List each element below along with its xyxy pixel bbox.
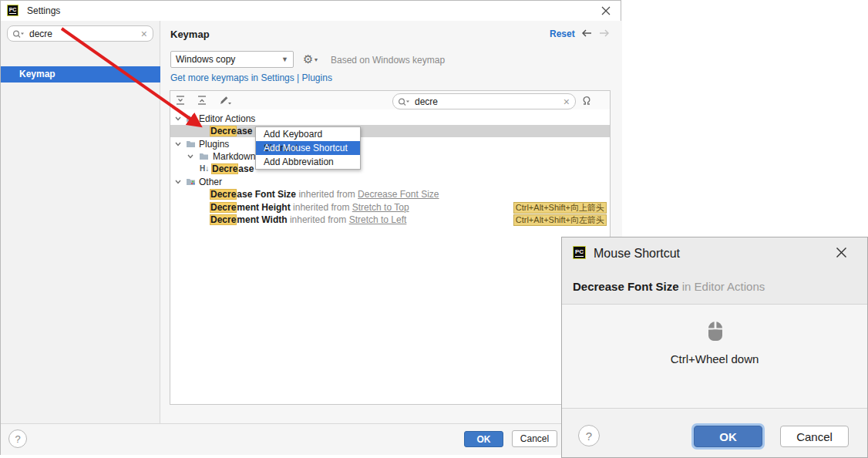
ok-button[interactable]: OK <box>464 431 503 447</box>
tree-row-decrease-font-size[interactable]: Decrease Fo <box>170 125 610 137</box>
tree-row-editor-actions[interactable]: Editor Actions <box>170 113 610 125</box>
tree-row-decrement-height[interactable]: Decrement Height inherited from Stretch … <box>170 201 610 214</box>
inherited-from-label: inherited from <box>291 202 352 213</box>
menu-item-add-abbreviation[interactable]: Add Abbreviation <box>256 155 360 169</box>
chevron-expanded-icon[interactable] <box>187 154 193 159</box>
tree-search-input[interactable] <box>413 96 558 108</box>
pycharm-logo-icon: PC <box>7 5 19 16</box>
context-menu: Add Keyboard Shortcut Add Mouse Shortcut… <box>255 126 361 170</box>
menu-item-add-mouse-shortcut[interactable]: Add Mouse Shortcut <box>256 141 360 155</box>
sidebar-search[interactable]: × <box>7 25 153 42</box>
folder-icon <box>199 152 209 160</box>
clear-search-icon[interactable]: × <box>141 29 147 39</box>
tree-row-plugins[interactable]: Plugins <box>170 138 610 150</box>
action-name: ase <box>238 163 254 174</box>
reset-link[interactable]: Reset <box>550 29 575 39</box>
forward-arrow-icon[interactable] <box>598 29 611 38</box>
help-button[interactable]: ? <box>8 429 27 448</box>
get-more-keymaps-link[interactable]: Get more keymaps in Settings | Plugins <box>170 72 332 83</box>
folder-icon <box>186 114 196 123</box>
dialog-title: Mouse Shortcut <box>594 247 680 261</box>
dialog-footer: ? OK Cancel <box>562 409 867 457</box>
action-name: ment Width <box>237 214 287 225</box>
edit-shortcut-icon[interactable] <box>219 95 231 106</box>
search-match-highlight: Decre <box>210 202 237 213</box>
keymap-tree: Editor Actions Decrease Fo Plugins Markd… <box>170 109 610 404</box>
tree-row-markdown-decrease[interactable]: H↓ Decrease <box>170 163 610 175</box>
chevron-down-icon: ▼ <box>281 56 288 63</box>
inherited-from-label: inherited from <box>296 189 358 200</box>
scheme-selected-value: Windows copy <box>176 54 235 65</box>
ok-button-focus-ring: OK <box>691 423 765 450</box>
sidebar-item-keymap[interactable]: Keymap <box>1 66 160 83</box>
action-name: ase Font Size <box>237 189 296 200</box>
dialog-body: Ctrl+Wheel down <box>562 305 867 409</box>
close-icon[interactable] <box>836 247 847 258</box>
tree-row-other[interactable]: Other <box>170 176 610 188</box>
cancel-button[interactable]: Cancel <box>512 430 557 447</box>
action-name: Decrease Font Size <box>573 280 679 293</box>
dialog-subtitle: Decrease Font Size in Editor Actions <box>573 280 765 293</box>
keymap-tree-panel: × Editor Actions Decrease Fo Plugins <box>170 90 611 405</box>
settings-titlebar: PC Settings <box>1 1 621 22</box>
menu-item-add-keyboard-shortcut[interactable]: Add Keyboard Shortcut <box>256 127 360 141</box>
search-match-highlight: Decre <box>210 189 237 200</box>
shortcut-badge: Ctrl+Alt+Shift+向上箭头 <box>513 202 607 214</box>
tree-toolbar: × <box>170 91 610 110</box>
window-title: Settings <box>27 5 60 16</box>
chevron-expanded-icon[interactable] <box>175 180 181 184</box>
pycharm-logo-icon: PC <box>573 246 586 259</box>
tree-row-decrease-font-size-other[interactable]: Decrease Font Size inherited from Decrea… <box>170 188 610 200</box>
clear-search-icon[interactable]: × <box>564 96 570 107</box>
dialog-header: PC Mouse Shortcut Decrease Font Size in … <box>562 237 867 305</box>
folder-icon <box>186 140 196 148</box>
help-button[interactable]: ? <box>578 425 600 446</box>
tree-group-label: Other <box>199 176 222 188</box>
gear-icon[interactable]: ⚙▼ <box>303 52 318 66</box>
mouse-shortcut-dialog: PC Mouse Shortcut Decrease Font Size in … <box>561 237 868 458</box>
action-context: in Editor Actions <box>682 280 765 293</box>
search-icon <box>398 97 410 106</box>
search-match-highlight: Decre <box>211 163 238 174</box>
cancel-button[interactable]: Cancel <box>780 426 849 447</box>
back-arrow-icon[interactable] <box>580 29 593 38</box>
shortcut-value: Ctrl+Wheel down <box>562 352 867 365</box>
search-match-highlight: Decre <box>210 214 237 225</box>
sidebar-search-input[interactable] <box>28 28 136 40</box>
find-actions-by-shortcut-icon[interactable] <box>581 95 592 106</box>
tree-group-label: Plugins <box>199 138 229 150</box>
settings-footer: ? OK Cancel <box>1 423 621 455</box>
inherited-action-link[interactable]: Decrease Font Size <box>358 189 439 200</box>
tree-group-label: Markdown <box>213 150 255 163</box>
chevron-expanded-icon[interactable] <box>175 116 181 121</box>
inherited-from-label: inherited from <box>288 214 349 225</box>
search-icon <box>12 29 25 39</box>
inherited-action-link[interactable]: Stretch to Top <box>352 202 409 213</box>
settings-window: PC Settings × Keymap Keymap Reset Window… <box>0 0 621 455</box>
ok-button[interactable]: OK <box>694 426 762 447</box>
header-decrease-icon: H↓ <box>200 163 209 175</box>
action-name: ment Height <box>237 202 290 213</box>
folder-icon <box>186 177 196 186</box>
tree-row-decrement-width[interactable]: Decrement Width inherited from Stretch t… <box>170 214 610 226</box>
based-on-label: Based on Windows keymap <box>331 55 445 66</box>
inherited-action-link[interactable]: Stretch to Left <box>349 214 407 225</box>
expand-all-icon[interactable] <box>175 95 186 106</box>
tree-row-markdown[interactable]: Markdown <box>170 150 610 163</box>
close-icon[interactable] <box>601 6 611 15</box>
search-match-highlight: Decre <box>210 126 237 136</box>
collapse-all-icon[interactable] <box>197 95 207 106</box>
settings-sidebar: × Keymap <box>1 21 160 423</box>
mouse-icon <box>708 321 723 342</box>
tree-group-label: Editor Actions <box>199 113 255 125</box>
keymap-scheme-select[interactable]: Windows copy ▼ <box>170 51 294 68</box>
tree-search[interactable]: × <box>392 93 576 109</box>
shortcut-badge: Ctrl+Alt+Shift+向左箭头 <box>513 214 607 226</box>
chevron-expanded-icon[interactable] <box>175 142 181 146</box>
page-title: Keymap <box>170 29 210 40</box>
